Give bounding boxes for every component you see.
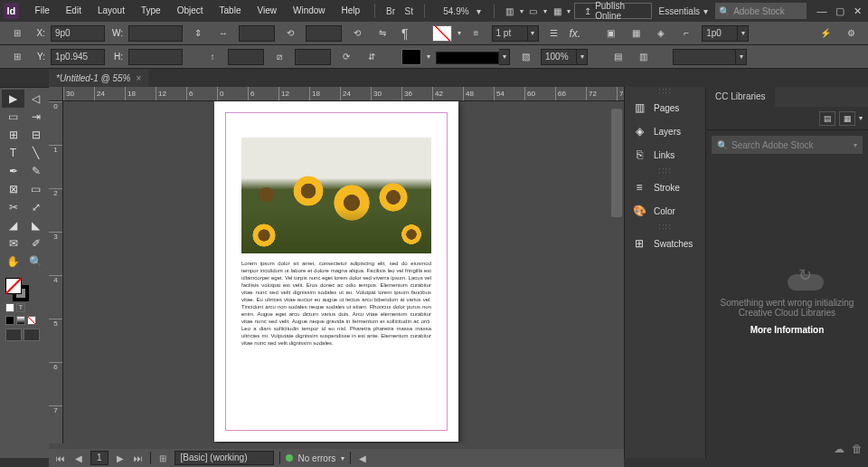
panel-grip-icon[interactable]: ⸬⸬ — [625, 167, 705, 176]
chevron-down-icon[interactable]: ▾ — [577, 49, 588, 65]
rectangle-frame-tool[interactable]: ⊠ — [2, 180, 24, 198]
ruler-origin[interactable] — [49, 87, 63, 101]
apply-gradient-icon[interactable] — [16, 316, 25, 325]
apply-none-icon[interactable] — [27, 316, 36, 325]
last-page-icon[interactable]: ⏭ — [132, 452, 145, 464]
menu-window[interactable]: Window — [286, 0, 333, 22]
chevron-down-icon[interactable]: ▾ — [458, 29, 461, 37]
note-tool[interactable]: ✉ — [2, 234, 24, 253]
text-wrap-next-icon[interactable]: ▥ — [633, 49, 653, 65]
swatches-panel[interactable]: ⊞Swatches — [625, 232, 705, 255]
chevron-down-icon[interactable]: ▾ — [427, 52, 430, 61]
type-tool[interactable]: T — [2, 144, 24, 162]
rotate-ccw-icon[interactable]: ⟲ — [347, 25, 367, 42]
page[interactable]: Lorem ipsum dolor sit amet, consectetur … — [214, 101, 458, 442]
prev-page-icon[interactable]: ◀ — [72, 452, 85, 464]
publish-online-button[interactable]: ↥ Publish Online — [574, 3, 651, 19]
libs-list-view-icon[interactable]: ▤ — [819, 111, 835, 126]
document-tab[interactable]: *Untitled-1 @ 55% × — [49, 69, 148, 87]
preview-view-icon[interactable] — [24, 329, 40, 341]
ruler-vertical[interactable]: 01234567 — [49, 101, 63, 443]
chevron-down-icon[interactable]: ▾ — [736, 49, 747, 65]
color-panel[interactable]: 🎨Color — [625, 199, 705, 223]
formatting-affects-text-icon[interactable]: T — [16, 303, 25, 312]
links-panel[interactable]: ⎘Links — [625, 143, 705, 167]
reference-point-icon[interactable]: ⊞ — [7, 25, 27, 42]
stroke-style-icon[interactable]: ☰ — [544, 25, 564, 42]
menu-file[interactable]: File — [28, 0, 57, 22]
chevron-down-icon[interactable]: ▾ — [854, 141, 857, 149]
chevron-down-icon[interactable]: ▾ — [341, 454, 344, 462]
placed-image[interactable] — [241, 138, 431, 253]
fill-swatch[interactable] — [432, 25, 452, 42]
zoom-tool[interactable]: 🔍 — [24, 253, 47, 271]
scissors-tool[interactable]: ✂ — [2, 198, 24, 216]
corner-field[interactable]: 1p0 — [702, 25, 738, 42]
hand-tool[interactable]: ✋ — [2, 253, 24, 271]
open-preflight-icon[interactable]: ⊞ — [156, 452, 169, 464]
view-options-icon[interactable]: ▥ — [501, 3, 517, 19]
chevron-down-icon[interactable]: ▾ — [528, 25, 539, 42]
text-wrap-none-icon[interactable]: ▣ — [600, 25, 620, 42]
pen-tool[interactable]: ✒ — [2, 162, 24, 180]
stroke-swatch[interactable] — [401, 49, 421, 65]
rectangle-tool[interactable]: ▭ — [24, 180, 47, 198]
fill-stroke-swap[interactable] — [5, 278, 29, 301]
apply-color-icon[interactable] — [5, 316, 14, 325]
h-field[interactable] — [128, 49, 183, 65]
menu-edit[interactable]: Edit — [59, 0, 89, 22]
scale-x-field[interactable] — [239, 25, 275, 42]
more-information-link[interactable]: More Information — [750, 325, 825, 335]
cc-libraries-tab[interactable]: CC Libraries — [706, 87, 775, 107]
y-field[interactable]: 1p0.945 — [51, 49, 105, 65]
text-wrap-object-icon[interactable]: ◈ — [651, 25, 671, 42]
workspace-selector[interactable]: Essentials ▾ — [654, 6, 714, 16]
menu-layout[interactable]: Layout — [90, 0, 132, 22]
constrain-icon[interactable]: ⇕ — [188, 25, 208, 42]
selection-tool[interactable]: ▶ — [2, 90, 24, 108]
panel-grip-icon[interactable]: ⸬⸬ — [625, 87, 705, 96]
menu-table[interactable]: Table — [212, 0, 249, 22]
scale-y-field[interactable] — [228, 49, 264, 65]
chevron-down-icon[interactable]: ▾ — [499, 49, 510, 65]
pencil-tool[interactable]: ✎ — [24, 162, 47, 180]
chevron-down-icon[interactable]: ▾ — [520, 7, 524, 15]
text-wrap-bounding-icon[interactable]: ▦ — [626, 25, 646, 42]
flip-h-icon[interactable]: ⇋ — [373, 25, 392, 42]
default-fill-stroke-icon[interactable] — [5, 303, 14, 312]
ruler-horizontal[interactable]: 30241812606121824303642485460667278 — [63, 87, 624, 101]
first-page-icon[interactable]: ⏮ — [54, 452, 67, 464]
cloud-icon[interactable]: ☁ — [834, 443, 844, 455]
vertical-scrollbar[interactable] — [609, 101, 624, 443]
rotate-field[interactable] — [306, 25, 342, 42]
chevron-down-icon[interactable]: ▾ — [738, 25, 749, 42]
prefs-icon[interactable]: ⚙ — [841, 25, 861, 42]
menu-type[interactable]: Type — [134, 0, 168, 22]
chevron-down-icon[interactable]: ▾ — [543, 7, 547, 15]
x-field[interactable]: 9p0 — [51, 25, 105, 42]
free-transform-tool[interactable]: ⤢ — [24, 198, 47, 216]
bridge-icon[interactable]: Br — [382, 3, 399, 19]
close-tab-icon[interactable]: × — [136, 73, 141, 83]
opacity-field[interactable]: 100% — [541, 49, 577, 65]
canvas[interactable]: 30241812606121824303642485460667278 0123… — [49, 87, 624, 458]
gap-tool[interactable]: ⇥ — [24, 108, 47, 126]
direct-selection-tool[interactable]: ◁ — [24, 90, 47, 108]
text-frame[interactable]: Lorem ipsum dolor sit amet, consectetur … — [241, 260, 431, 347]
stroke-weight-field[interactable]: 1 pt — [492, 25, 528, 42]
chevron-down-icon[interactable]: ▾ — [567, 7, 571, 15]
gradient-feather-tool[interactable]: ◣ — [24, 216, 47, 234]
menu-help[interactable]: Help — [335, 0, 368, 22]
stock-icon[interactable]: St — [401, 3, 417, 19]
normal-view-icon[interactable] — [5, 329, 22, 341]
menu-view[interactable]: View — [250, 0, 284, 22]
stroke-panel[interactable]: ≡Stroke — [625, 176, 705, 199]
libs-grid-view-icon[interactable]: ▦ — [839, 111, 855, 126]
gradient-swatch-tool[interactable]: ◢ — [2, 216, 24, 234]
arrange-docs-icon[interactable]: ▦ — [549, 3, 565, 19]
content-placer-tool[interactable]: ⊟ — [24, 126, 47, 144]
quick-apply-icon[interactable]: ⚡ — [816, 25, 835, 42]
zoom-level[interactable]: 54.9% — [438, 6, 474, 16]
eyedropper-tool[interactable]: ✐ — [24, 234, 47, 253]
trash-icon[interactable]: 🗑 — [852, 443, 863, 455]
